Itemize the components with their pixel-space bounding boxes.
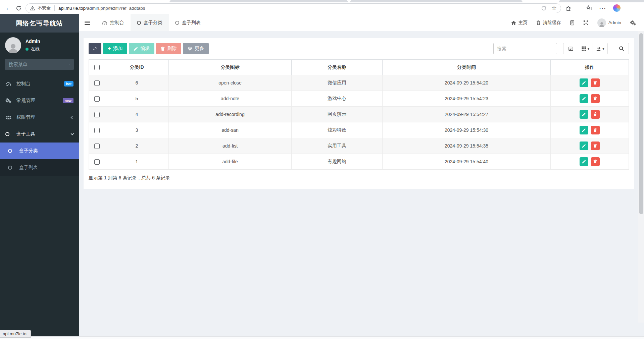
cell-category-name: 微信应用 [292,75,383,91]
row-edit-button[interactable] [580,78,588,87]
row-edit-button[interactable] [580,142,588,150]
address-bar[interactable]: 不安全 api.mu7le.top/admin.php/fezifl?ref=a… [26,3,561,13]
row-checkbox[interactable] [94,80,100,86]
circle-o-icon [5,132,13,136]
scrollbar-thumb[interactable] [639,33,643,214]
refresh-button[interactable] [89,43,101,54]
search-icon[interactable] [69,62,70,67]
circle-o-icon [137,21,141,25]
users-icon [5,115,13,120]
favorites-bar-icon[interactable] [586,5,593,11]
bottom-strip [0,336,644,339]
columns-view-button[interactable]: ▾ [578,43,593,54]
sidebar-item-box-category[interactable]: 盒子分类 [0,143,79,159]
settings-button[interactable] [630,20,636,25]
detail-view-button[interactable] [563,43,578,54]
row-checkbox[interactable] [94,128,100,133]
table-search-input[interactable] [493,43,557,54]
user-name: Admin [608,20,621,25]
trash-icon [593,128,597,132]
cell-category-name: 有趣网站 [292,154,383,170]
home-link[interactable]: 主页 [511,20,528,26]
language-doc-button[interactable] [570,20,575,25]
row-delete-button[interactable] [591,78,600,87]
new-badge: new [63,98,73,103]
row-checkbox[interactable] [94,96,100,102]
gears-icon [5,98,13,103]
table-row: 2 add-list 实用工具 2024-09-29 15:54:35 [89,138,629,154]
row-delete-button[interactable] [591,142,600,150]
row-checkbox-cell [89,75,105,91]
chevron-left-icon [71,116,74,119]
row-edit-button[interactable] [580,157,588,166]
sidebar-item-label: 控制台 [16,81,31,87]
row-checkbox[interactable] [94,144,100,149]
row-checkbox[interactable] [94,112,100,117]
page-scrollbar[interactable] [638,31,644,323]
delete-button[interactable]: 删除 [156,43,181,54]
cell-category-id: 3 [105,122,169,138]
browser-tab-silhouette[interactable] [169,0,348,2]
sidebar-item-box-tools[interactable]: 盒子工具 [0,126,79,143]
circle-o-icon [8,166,16,170]
row-delete-button[interactable] [591,94,600,103]
tab-label: 盒子分类 [144,20,162,26]
row-delete-button[interactable] [591,110,600,119]
browser-tab-silhouette[interactable] [559,0,644,2]
cell-category-time: 2024-09-29 15:54:20 [383,75,551,91]
copilot-icon[interactable] [613,4,621,12]
document-icon [570,20,575,25]
select-all-checkbox[interactable] [94,65,100,70]
person-icon [7,43,19,53]
page-refresh-icon[interactable] [541,5,547,11]
pencil-icon [582,160,586,164]
cell-category-icon: add-file [169,154,292,170]
cell-category-name: 实用工具 [292,138,383,154]
row-edit-button[interactable] [580,126,588,134]
row-delete-button[interactable] [591,126,600,134]
bookmark-star-icon[interactable]: ☆ [551,5,557,11]
row-edit-button[interactable] [580,94,588,103]
cell-category-id: 5 [105,91,169,107]
row-checkbox-cell [89,122,105,138]
tab-dashboard[interactable]: 控制台 [96,14,131,31]
table-row: 4 add-recording 网页演示 2024-09-29 15:54:27 [89,107,629,122]
row-edit-button[interactable] [580,110,588,119]
browser-tab-silhouette[interactable] [350,0,523,2]
back-button[interactable]: ← [3,3,13,13]
add-button[interactable]: + 添加 [103,43,127,54]
user-menu[interactable]: Admin [597,18,621,27]
url-path: /admin.php/fezifl?ref=addtabs [86,6,145,11]
sidebar-item-box-list[interactable]: 盒子列表 [0,159,79,176]
sidebar-item-dashboard[interactable]: 控制台 hot [0,75,79,92]
export-button[interactable]: ▾ [593,43,608,54]
address-separator [54,5,55,11]
tab-box-category[interactable]: 盒子分类 [131,14,169,31]
sidebar-item-permissions[interactable]: 权限管理 [0,109,79,126]
user-name: Admin [26,39,40,44]
browser-menu-icon[interactable]: ··· [599,5,606,11]
trash-icon [593,96,597,101]
back-icon: ← [5,4,12,12]
user-avatar[interactable] [5,37,21,53]
sidebar-search-input[interactable] [9,62,69,67]
sidebar-item-label: 盒子列表 [19,165,38,171]
cell-category-time: 2024-09-29 15:54:40 [383,154,551,170]
sidebar-item-general[interactable]: 常规管理 new [0,92,79,109]
cell-operations [551,75,629,91]
advanced-search-button[interactable] [614,43,629,54]
clear-cache-button[interactable]: 清除缓存 [536,20,561,26]
tab-label: 控制台 [110,20,124,26]
column-header-operations: 操作 [551,60,629,75]
tab-box-list[interactable]: 盒子列表 [169,14,207,31]
reload-button[interactable] [13,3,23,13]
row-delete-button[interactable] [591,157,600,166]
cell-category-id: 1 [105,154,169,170]
trash-icon [536,20,541,25]
sidebar-toggle-button[interactable] [79,14,96,31]
more-button[interactable]: 更多 [183,43,209,54]
row-checkbox[interactable] [94,159,100,165]
edit-button[interactable]: 编辑 [129,43,154,54]
extensions-icon[interactable] [566,5,572,11]
fullscreen-button[interactable] [583,20,589,25]
